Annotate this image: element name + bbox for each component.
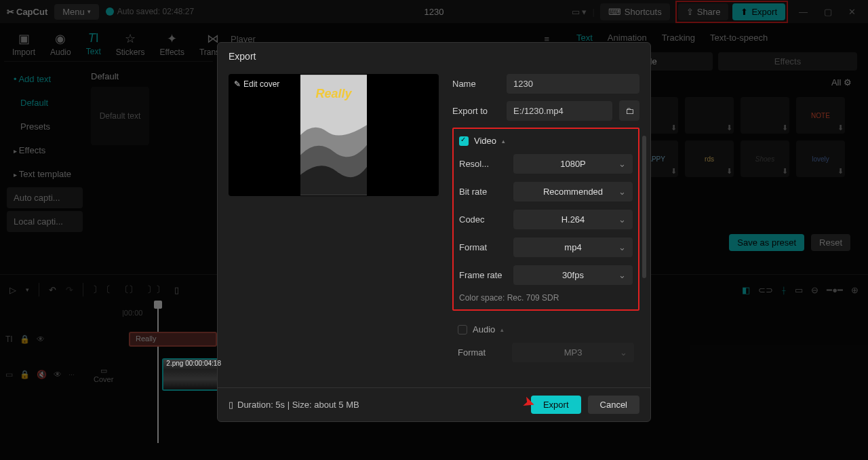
video-settings-section: Video ▴ Resol... 1080P Bit rate Recommen… <box>452 128 639 311</box>
modal-footer: ▯ Duration: 5s | Size: about 5 MB ➤ Expo… <box>218 387 650 421</box>
export-form: Name 1230 Export to E:/1230.mp4 🗀 Video … <box>452 74 639 383</box>
audio-checkbox[interactable] <box>458 325 467 334</box>
resolution-select[interactable]: 1080P <box>513 154 633 174</box>
audio-settings-section: Audio ▴ Format MP3 <box>452 318 639 369</box>
export-modal: Export ✎ Edit cover Really Name 123 <box>217 42 651 422</box>
cover-preview: ✎ Edit cover Really <box>229 74 439 196</box>
duration-info: ▯ Duration: 5s | Size: about 5 MB <box>229 400 359 410</box>
confirm-export-button[interactable]: Export <box>531 396 581 414</box>
name-label: Name <box>452 79 500 89</box>
audio-format-label: Format <box>458 347 505 358</box>
colorspace-info: Color space: Rec. 709 SDR <box>459 293 633 303</box>
codec-select[interactable]: H.264 <box>513 210 633 229</box>
cover-image: Really <box>300 75 367 195</box>
export-to-label: Export to <box>452 106 500 116</box>
framerate-label: Frame rate <box>459 270 507 280</box>
cancel-button[interactable]: Cancel <box>588 396 639 414</box>
modal-title: Export <box>218 43 650 70</box>
scrollbar[interactable] <box>642 136 646 278</box>
edit-cover-button[interactable]: ✎ Edit cover <box>234 79 279 89</box>
audio-format-select[interactable]: MP3 <box>512 343 634 362</box>
video-checkbox[interactable] <box>459 136 469 146</box>
cover-text-overlay: Really <box>300 87 367 101</box>
folder-icon[interactable]: 🗀 <box>619 100 639 121</box>
bitrate-label: Bit rate <box>459 187 507 197</box>
framerate-select[interactable]: 30fps <box>513 265 633 285</box>
export-to-input[interactable]: E:/1230.mp4 <box>507 101 612 121</box>
format-label: Format <box>459 242 507 252</box>
resolution-label: Resol... <box>459 159 507 169</box>
name-input[interactable]: 1230 <box>507 74 639 94</box>
codec-label: Codec <box>459 214 507 225</box>
bitrate-select[interactable]: Recommended <box>513 182 633 202</box>
format-select[interactable]: mp4 <box>513 237 633 257</box>
